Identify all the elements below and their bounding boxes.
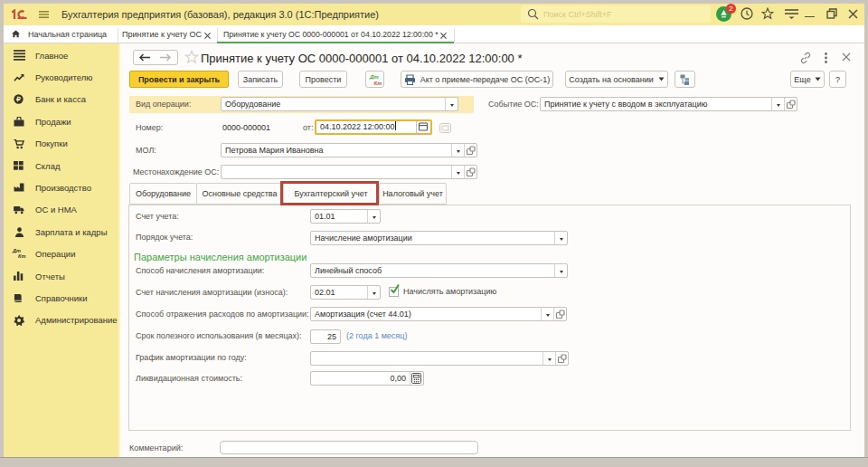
svg-text:Кт: Кт	[373, 81, 382, 85]
svg-text:₽: ₽	[16, 96, 21, 104]
svg-text:Дт: Дт	[369, 74, 379, 80]
